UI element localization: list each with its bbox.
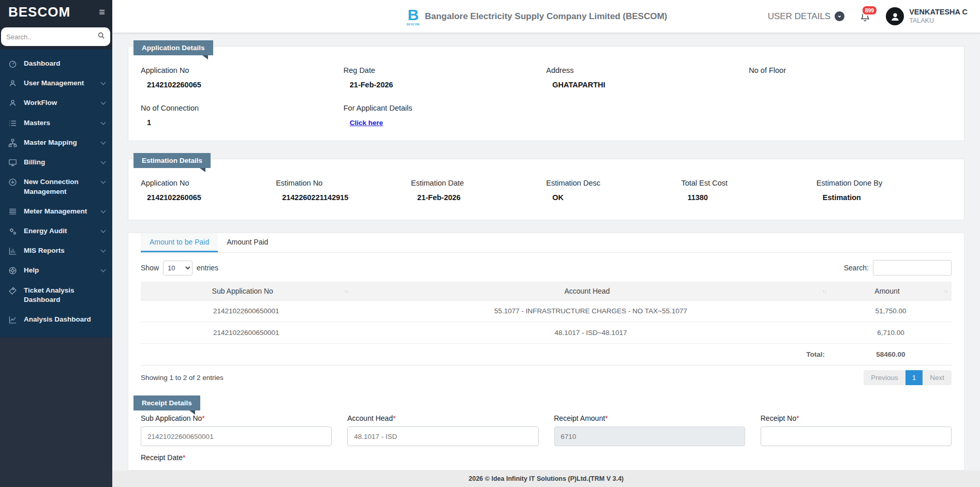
column-header-amount[interactable]: Amount↑↓ xyxy=(830,282,952,300)
field-sub-application-no: Sub Application No* xyxy=(141,414,332,446)
sub-application-no-input[interactable] xyxy=(141,427,332,446)
cell-sub-application-no: 21421022600650001 xyxy=(141,300,351,322)
field-label: Receipt Amount xyxy=(554,414,605,422)
brand-logo-text: BESCOM xyxy=(8,4,70,20)
sidebar-item-label: Master Mapping xyxy=(24,138,95,147)
notifications-button[interactable]: 899 xyxy=(859,10,871,23)
page-footer: 2026 © Idea Infinity IT Solutions (P)Ltd… xyxy=(112,470,980,487)
user-name: VENKATESHA C xyxy=(909,8,968,17)
field-receipt-no: Receipt No* xyxy=(761,414,952,446)
field-label: Receipt No xyxy=(761,414,796,422)
field-account-head: Account Head* xyxy=(347,414,538,446)
field-label: Account Head xyxy=(347,414,393,422)
sidebar-search xyxy=(0,24,112,50)
ticket-icon xyxy=(8,286,17,295)
estimation-details-card: Estimation Details Application No 214210… xyxy=(128,159,964,220)
field-value: Estimation xyxy=(816,193,952,202)
sidebar-item-label: Analysis Dashboard xyxy=(24,315,105,324)
table-row: 21421022600650001 48.1017 - ISD~48.1017 … xyxy=(141,322,952,344)
receipt-no-input[interactable] xyxy=(761,427,952,446)
sort-icon[interactable]: ↑↓ xyxy=(344,288,348,294)
gears-icon xyxy=(8,227,17,236)
sidebar-item-ticket-analysis-dashboard[interactable]: Ticket Analysis Dashboard xyxy=(0,281,112,310)
field-reg-date: Reg Date 21-Feb-2026 xyxy=(344,66,546,89)
sidebar-item-analysis-dashboard[interactable]: Analysis Dashboard xyxy=(0,310,112,329)
field-estimation-done-by: Estimation Done By Estimation xyxy=(816,179,952,202)
field-value: 2142102260065 xyxy=(141,81,344,89)
table-search-input[interactable] xyxy=(873,260,952,276)
field-label: Estimation No xyxy=(276,179,411,187)
field-value: 2142260221142915 xyxy=(276,193,411,202)
field-estimation-no: Estimation No 2142260221142915 xyxy=(276,179,411,202)
list-icon xyxy=(8,207,17,216)
sidebar-item-help[interactable]: Help xyxy=(0,261,112,280)
chevron-down-circle-icon xyxy=(835,11,844,21)
chevron-down-icon xyxy=(101,139,106,144)
sidebar-item-new-connection-management[interactable]: New Connection Management xyxy=(0,172,112,201)
user-profile[interactable]: VENKATESHA C TALAKU xyxy=(886,7,968,25)
hamburger-menu-icon[interactable]: ≡ xyxy=(99,7,105,17)
tab-amount-to-be-paid[interactable]: Amount to be Paid xyxy=(141,233,218,252)
click-here-link[interactable]: Click here xyxy=(350,119,383,127)
sidebar-item-meter-management[interactable]: Meter Management xyxy=(0,202,112,221)
field-empty xyxy=(546,104,749,127)
field-no-of-floor: No of Floor xyxy=(749,66,952,89)
field-value: OK xyxy=(546,193,681,202)
sidebar-item-label: Masters xyxy=(24,118,95,128)
app-root: BESCOM ≡ Dashboard User Management WorkF… xyxy=(0,0,980,487)
tab-amount-paid[interactable]: Amount Paid xyxy=(218,233,277,252)
field-no-of-connection: No of Connection 1 xyxy=(141,104,344,127)
sitemap-icon xyxy=(8,139,17,147)
search-icon[interactable] xyxy=(97,32,105,39)
sidebar-item-masters[interactable]: Masters xyxy=(0,113,112,133)
user-icon xyxy=(8,99,17,108)
sidebar-item-billing[interactable]: Billing xyxy=(0,153,112,172)
field-label: Address xyxy=(546,66,749,74)
sidebar-item-user-management[interactable]: User Management xyxy=(0,73,112,93)
sidebar-item-energy-audit[interactable]: Energy Audit xyxy=(0,221,112,241)
bar-chart-icon xyxy=(8,247,17,255)
required-marker: * xyxy=(393,414,395,422)
table-total-row: Total: 58460.00 xyxy=(141,344,952,366)
field-label: Application No xyxy=(141,179,276,187)
sidebar-item-dashboard[interactable]: Dashboard xyxy=(0,54,112,73)
user-details-dropdown[interactable]: USER DETAILS xyxy=(768,11,845,22)
cell-account-head: 48.1017 - ISD~48.1017 xyxy=(351,322,830,344)
page-1-button[interactable]: 1 xyxy=(905,370,923,385)
table-footer: Showing 1 to 2 of 2 entries Previous 1 N… xyxy=(141,370,952,385)
field-label: No of Floor xyxy=(749,66,952,74)
page-size-select[interactable]: 10 xyxy=(163,261,192,276)
field-value: 11380 xyxy=(681,193,816,202)
receipt-amount-input xyxy=(554,427,745,446)
field-address: Address GHATAPARTHI xyxy=(546,66,749,89)
field-application-no: Application No 2142102260065 xyxy=(141,179,276,202)
column-header-sub-application-no[interactable]: Sub Application No↑↓ xyxy=(141,282,351,300)
required-marker: * xyxy=(202,414,204,422)
field-label: Application No xyxy=(141,66,344,74)
sidebar-item-label: Help xyxy=(24,266,95,275)
chevron-down-icon xyxy=(101,119,106,125)
sort-icon[interactable]: ↑↓ xyxy=(944,288,948,294)
previous-page-button[interactable]: Previous xyxy=(864,370,905,385)
field-total-est-cost: Total Est Cost 11380 xyxy=(681,179,816,202)
next-page-button[interactable]: Next xyxy=(923,370,952,385)
chevron-down-icon xyxy=(101,100,106,105)
search-label: Search: xyxy=(844,264,869,272)
sidebar-item-mis-reports[interactable]: MIS Reports xyxy=(0,241,112,261)
company-branding: B BESCOM Bangalore Electricity Supply Co… xyxy=(407,7,667,26)
sidebar-item-master-mapping[interactable]: Master Mapping xyxy=(0,133,112,153)
cell-account-head: 55.1077 - INFRASTRUCTURE CHARGES - NO TA… xyxy=(351,300,830,322)
table-controls: Show 10 entries Search: xyxy=(141,260,952,276)
column-header-account-head[interactable]: Account Head↑↓ xyxy=(351,282,830,300)
sort-icon[interactable]: ↑↓ xyxy=(822,288,826,294)
application-details-card: Application Details Application No 21421… xyxy=(128,46,964,141)
sidebar-item-label: User Management xyxy=(24,79,95,88)
sidebar-item-workflow[interactable]: WorkFlow xyxy=(0,93,112,113)
required-marker: * xyxy=(796,414,799,422)
show-label: Show xyxy=(141,264,159,272)
sidebar-search-input[interactable] xyxy=(1,27,110,46)
field-label: Estimation Desc xyxy=(546,179,681,187)
account-head-input[interactable] xyxy=(347,427,538,446)
required-marker: * xyxy=(183,453,185,462)
sidebar-item-label: Meter Management xyxy=(24,207,95,216)
